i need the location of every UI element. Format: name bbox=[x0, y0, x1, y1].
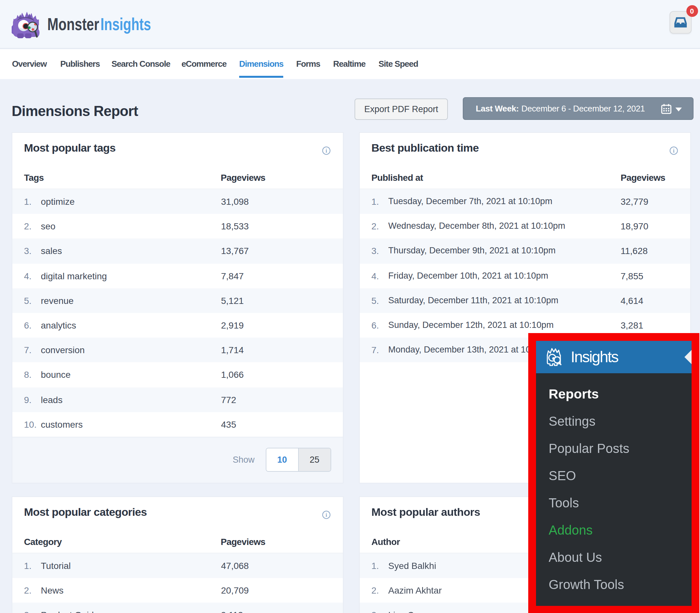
svg-text:i: i bbox=[673, 147, 675, 154]
svg-text:Monster: Monster bbox=[47, 14, 99, 34]
svg-text:Insights: Insights bbox=[101, 14, 151, 34]
svg-text:i: i bbox=[326, 147, 327, 154]
svg-text:i: i bbox=[326, 511, 327, 518]
